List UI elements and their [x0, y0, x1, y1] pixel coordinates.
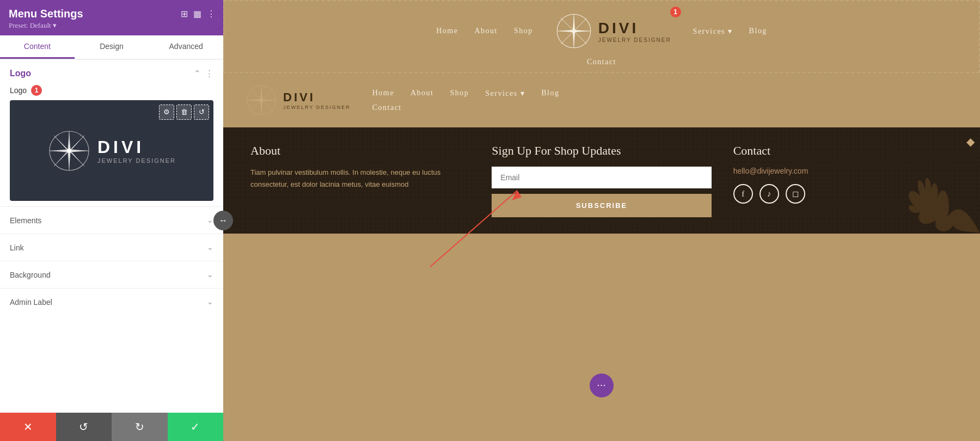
redo-button[interactable]: ↻ [112, 413, 168, 441]
top-nav-inner: Home About Shop 1 [224, 8, 979, 54]
logo-image-box: ⚙ 🗑 ↺ [10, 100, 213, 201]
logo-badge: 1 [31, 85, 42, 96]
tab-design[interactable]: Design [75, 35, 149, 59]
undo-button[interactable]: ↺ [56, 413, 112, 441]
facebook-icon[interactable]: f [733, 184, 753, 204]
more-icon[interactable]: ⋮ [207, 9, 216, 19]
nav-jewelry-label: JEWELRY DESIGNER [598, 37, 671, 43]
nav-shop[interactable]: Shop [514, 27, 533, 35]
logo-star-icon [47, 129, 91, 173]
svg-marker-22 [574, 30, 590, 32]
panel-tabs: Content Design Advanced [0, 35, 223, 60]
subscribe-button[interactable]: SUBSCRIBE [492, 194, 711, 217]
background-header[interactable]: Background ⌄ [10, 261, 213, 288]
logo-label-row: Logo 1 [10, 85, 213, 96]
close-button[interactable]: ✕ [0, 413, 56, 441]
tab-content[interactable]: Content [0, 35, 75, 59]
second-nav-logo: DIVI JEWELRY DESIGNER [245, 84, 351, 117]
logo-section: Logo ⌃ ⋮ Logo 1 ⚙ 🗑 ↺ [0, 60, 223, 206]
resize-handle[interactable]: ↔ [213, 211, 233, 230]
second-nav-shop[interactable]: Shop [450, 89, 469, 98]
elements-section: Elements ⌄ [0, 206, 223, 234]
logo-reset-btn[interactable]: ↺ [194, 105, 209, 120]
logo-svg-area: DIVI JEWELRY DESIGNER [47, 129, 176, 173]
layout-icon[interactable]: ▦ [193, 9, 201, 19]
admin-label-header[interactable]: Admin Label ⌄ [10, 289, 213, 315]
svg-marker-6 [68, 151, 71, 169]
second-nav-row-bottom: Contact [372, 103, 958, 112]
svg-point-35 [260, 99, 263, 102]
floating-action-button[interactable]: ··· [590, 373, 614, 397]
second-nav-star-icon [245, 84, 278, 117]
admin-label-chevron: ⌄ [207, 297, 213, 307]
footer-about-heading: About [250, 144, 470, 158]
elements-header[interactable]: Elements ⌄ [10, 207, 213, 234]
second-nav-logo-text: DIVI JEWELRY DESIGNER [283, 90, 351, 110]
more-options-icon[interactable]: ⋮ [205, 69, 213, 78]
tab-advanced[interactable]: Advanced [149, 35, 223, 59]
second-nav-home[interactable]: Home [372, 89, 394, 98]
svg-marker-19 [573, 15, 575, 31]
panel-preset[interactable]: Preset: Default ▾ [9, 21, 215, 30]
background-chevron: ⌄ [207, 270, 213, 279]
logo-divi-label: DIVI [97, 137, 176, 157]
second-nav-services[interactable]: Services ▾ [485, 89, 525, 98]
svg-marker-34 [261, 99, 275, 101]
collapse-icon[interactable]: ⌃ [194, 69, 201, 78]
nav-blog[interactable]: Blog [749, 27, 767, 35]
svg-marker-32 [260, 100, 262, 114]
admin-label-section: Admin Label ⌄ [0, 288, 223, 315]
instagram-icon[interactable]: ◻ [786, 184, 805, 204]
svg-point-13 [67, 149, 71, 153]
nav-home[interactable]: Home [436, 27, 458, 35]
second-nav-blog[interactable]: Blog [541, 89, 559, 98]
dots-icon: ··· [597, 380, 607, 391]
footer-signup-col: Sign Up For Shop Updates SUBSCRIBE [492, 144, 711, 217]
svg-point-23 [572, 29, 575, 33]
second-nav-contact[interactable]: Contact [372, 103, 402, 112]
link-header[interactable]: Link ⌄ [10, 234, 213, 261]
save-button[interactable]: ✓ [168, 413, 224, 441]
svg-marker-31 [260, 87, 262, 100]
nav-center-logo: 1 DIVI JEWELRY DESIGNER [555, 12, 671, 50]
nav-links-left: Home About Shop [436, 27, 533, 35]
left-panel: Menu Settings Preset: Default ▾ ⊞ ▦ ⋮ Co… [0, 0, 223, 441]
footer: ◆ About Tiam pulvinar vestibulum mollis.… [223, 127, 980, 234]
nav-services[interactable]: Services ▾ [693, 27, 733, 36]
admin-label-label: Admin Label [10, 298, 52, 307]
link-chevron: ⌄ [207, 243, 213, 252]
right-preview: Home About Shop 1 [223, 0, 980, 441]
logo-jewelry-label: JEWELRY DESIGNER [97, 157, 176, 164]
nav-badge: 1 [670, 7, 681, 17]
logo-settings-btn[interactable]: ⚙ [159, 105, 174, 120]
logo-label: Logo [10, 86, 27, 95]
svg-marker-33 [248, 99, 261, 101]
nav-contact-top[interactable]: Contact [587, 58, 616, 66]
elements-label: Elements [10, 216, 41, 225]
email-input[interactable] [492, 167, 711, 188]
logo-section-controls: ⌃ ⋮ [194, 69, 213, 78]
top-nav-contact-row: Contact [224, 54, 979, 72]
nav-links-right: Services ▾ Blog [693, 27, 767, 36]
nav-about[interactable]: About [474, 27, 498, 35]
logo-section-header: Logo ⌃ ⋮ [10, 69, 213, 78]
second-nav-about[interactable]: About [411, 89, 434, 98]
panel-header: Menu Settings Preset: Default ▾ ⊞ ▦ ⋮ [0, 0, 223, 35]
expand-icon[interactable]: ⊞ [181, 9, 188, 19]
second-nav-links: Home About Shop Services ▾ Blog Contact [372, 89, 958, 112]
nav-logo-text: DIVI JEWELRY DESIGNER [598, 20, 671, 43]
background-section: Background ⌄ [0, 261, 223, 288]
logo-text-block: DIVI JEWELRY DESIGNER [97, 137, 176, 164]
second-nav-row-top: Home About Shop Services ▾ Blog [372, 89, 958, 98]
second-nav-divi-label: DIVI [283, 90, 351, 105]
palm-decor [904, 168, 980, 234]
footer-contact-heading: Contact [733, 144, 953, 158]
logo-delete-btn[interactable]: 🗑 [176, 105, 192, 120]
tiktok-icon[interactable]: ♪ [759, 184, 779, 204]
panel-content: Logo ⌃ ⋮ Logo 1 ⚙ 🗑 ↺ [0, 60, 223, 441]
svg-marker-5 [68, 132, 71, 151]
link-section: Link ⌄ [0, 234, 223, 261]
logo-section-title: Logo [10, 69, 31, 78]
diamond-icon: ◆ [966, 135, 975, 148]
svg-marker-20 [573, 31, 575, 47]
